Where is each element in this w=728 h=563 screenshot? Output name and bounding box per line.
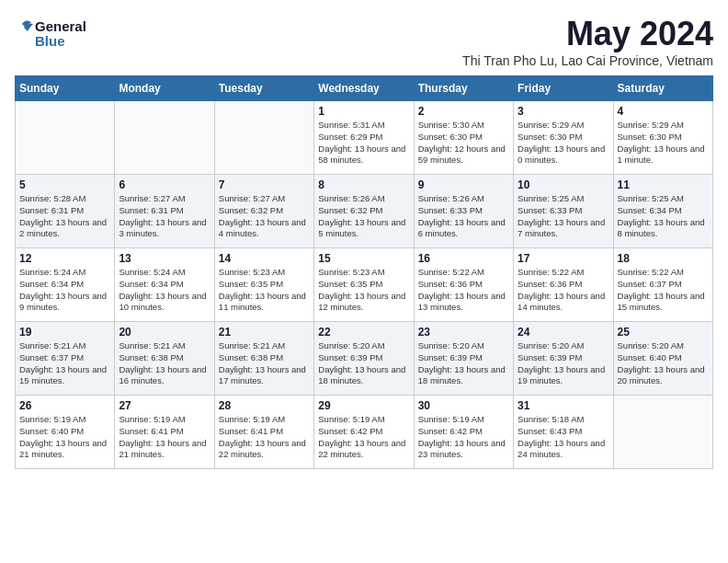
day-number: 7 [219, 178, 310, 191]
day-info: Sunrise: 5:20 AMSunset: 6:39 PMDaylight:… [518, 340, 609, 387]
calendar-week-row: 12Sunrise: 5:24 AMSunset: 6:34 PMDayligh… [16, 248, 713, 322]
day-number: 26 [19, 399, 110, 412]
calendar-cell: 18Sunrise: 5:22 AMSunset: 6:37 PMDayligh… [613, 248, 712, 322]
calendar-cell: 15Sunrise: 5:23 AMSunset: 6:35 PMDayligh… [314, 248, 414, 322]
logo-svg: General Blue [15, 15, 97, 56]
calendar-cell: 10Sunrise: 5:25 AMSunset: 6:33 PMDayligh… [514, 175, 613, 248]
day-number: 14 [219, 252, 310, 265]
calendar-cell: 7Sunrise: 5:27 AMSunset: 6:32 PMDaylight… [214, 175, 313, 248]
day-number: 21 [219, 326, 310, 339]
calendar-cell: 12Sunrise: 5:24 AMSunset: 6:34 PMDayligh… [16, 248, 115, 322]
calendar-cell: 28Sunrise: 5:19 AMSunset: 6:41 PMDayligh… [214, 396, 313, 469]
day-number: 11 [618, 178, 709, 191]
calendar-cell: 14Sunrise: 5:23 AMSunset: 6:35 PMDayligh… [214, 248, 313, 322]
day-number: 1 [318, 105, 409, 118]
calendar-cell: 9Sunrise: 5:26 AMSunset: 6:33 PMDaylight… [414, 175, 513, 248]
calendar-cell: 17Sunrise: 5:22 AMSunset: 6:36 PMDayligh… [514, 248, 613, 322]
weekday-header-tuesday: Tuesday [214, 76, 313, 101]
calendar-cell: 2Sunrise: 5:30 AMSunset: 6:30 PMDaylight… [414, 101, 513, 175]
calendar-cell: 21Sunrise: 5:21 AMSunset: 6:38 PMDayligh… [214, 322, 313, 396]
calendar-cell: 31Sunrise: 5:18 AMSunset: 6:43 PMDayligh… [514, 396, 613, 469]
calendar-cell: 6Sunrise: 5:27 AMSunset: 6:31 PMDaylight… [115, 175, 214, 248]
calendar-cell: 4Sunrise: 5:29 AMSunset: 6:30 PMDaylight… [613, 101, 712, 175]
calendar-cell: 3Sunrise: 5:29 AMSunset: 6:30 PMDaylight… [514, 101, 613, 175]
weekday-header-row: SundayMondayTuesdayWednesdayThursdayFrid… [16, 76, 713, 101]
calendar-cell: 11Sunrise: 5:25 AMSunset: 6:34 PMDayligh… [613, 175, 712, 248]
weekday-header-thursday: Thursday [414, 76, 513, 101]
calendar-cell: 22Sunrise: 5:20 AMSunset: 6:39 PMDayligh… [314, 322, 414, 396]
location-subtitle: Thi Tran Pho Lu, Lao Cai Province, Vietn… [462, 53, 713, 68]
day-info: Sunrise: 5:26 AMSunset: 6:33 PMDaylight:… [418, 193, 509, 240]
day-number: 23 [418, 326, 509, 339]
day-info: Sunrise: 5:19 AMSunset: 6:41 PMDaylight:… [119, 414, 210, 461]
day-info: Sunrise: 5:22 AMSunset: 6:36 PMDaylight:… [418, 267, 509, 314]
day-number: 30 [418, 399, 509, 412]
calendar-cell: 30Sunrise: 5:19 AMSunset: 6:42 PMDayligh… [414, 396, 513, 469]
day-number: 17 [518, 252, 609, 265]
day-info: Sunrise: 5:18 AMSunset: 6:43 PMDaylight:… [518, 414, 609, 461]
day-info: Sunrise: 5:19 AMSunset: 6:42 PMDaylight:… [418, 414, 509, 461]
calendar-cell: 8Sunrise: 5:26 AMSunset: 6:32 PMDaylight… [314, 175, 414, 248]
calendar-cell: 1Sunrise: 5:31 AMSunset: 6:29 PMDaylight… [314, 101, 414, 175]
weekday-header-friday: Friday [514, 76, 613, 101]
day-info: Sunrise: 5:23 AMSunset: 6:35 PMDaylight:… [318, 267, 409, 314]
day-info: Sunrise: 5:24 AMSunset: 6:34 PMDaylight:… [119, 267, 210, 314]
day-info: Sunrise: 5:19 AMSunset: 6:40 PMDaylight:… [19, 414, 110, 461]
day-info: Sunrise: 5:22 AMSunset: 6:37 PMDaylight:… [618, 267, 709, 314]
month-year-title: May 2024 [462, 15, 713, 53]
day-info: Sunrise: 5:29 AMSunset: 6:30 PMDaylight:… [518, 120, 609, 167]
calendar-cell: 24Sunrise: 5:20 AMSunset: 6:39 PMDayligh… [514, 322, 613, 396]
calendar-cell: 27Sunrise: 5:19 AMSunset: 6:41 PMDayligh… [115, 396, 214, 469]
logo: General Blue [15, 15, 97, 56]
day-number: 10 [518, 178, 609, 191]
day-number: 25 [618, 326, 709, 339]
day-number: 15 [318, 252, 409, 265]
day-info: Sunrise: 5:26 AMSunset: 6:32 PMDaylight:… [318, 193, 409, 240]
calendar-week-row: 1Sunrise: 5:31 AMSunset: 6:29 PMDaylight… [16, 101, 713, 175]
calendar-cell [214, 101, 313, 175]
calendar-cell: 26Sunrise: 5:19 AMSunset: 6:40 PMDayligh… [16, 396, 115, 469]
day-number: 18 [618, 252, 709, 265]
calendar-cell: 5Sunrise: 5:28 AMSunset: 6:31 PMDaylight… [16, 175, 115, 248]
calendar-cell: 13Sunrise: 5:24 AMSunset: 6:34 PMDayligh… [115, 248, 214, 322]
calendar-cell [115, 101, 214, 175]
calendar-table: SundayMondayTuesdayWednesdayThursdayFrid… [15, 75, 713, 469]
calendar-cell: 29Sunrise: 5:19 AMSunset: 6:42 PMDayligh… [314, 396, 414, 469]
svg-text:Blue: Blue [35, 33, 65, 49]
weekday-header-monday: Monday [115, 76, 214, 101]
day-info: Sunrise: 5:20 AMSunset: 6:40 PMDaylight:… [618, 340, 709, 387]
day-info: Sunrise: 5:25 AMSunset: 6:34 PMDaylight:… [618, 193, 709, 240]
calendar-week-row: 19Sunrise: 5:21 AMSunset: 6:37 PMDayligh… [16, 322, 713, 396]
day-info: Sunrise: 5:23 AMSunset: 6:35 PMDaylight:… [219, 267, 310, 314]
day-info: Sunrise: 5:30 AMSunset: 6:30 PMDaylight:… [418, 120, 509, 167]
day-info: Sunrise: 5:22 AMSunset: 6:36 PMDaylight:… [518, 267, 609, 314]
day-number: 28 [219, 399, 310, 412]
day-info: Sunrise: 5:29 AMSunset: 6:30 PMDaylight:… [618, 120, 709, 167]
day-number: 24 [518, 326, 609, 339]
day-number: 3 [518, 105, 609, 118]
calendar-cell: 19Sunrise: 5:21 AMSunset: 6:37 PMDayligh… [16, 322, 115, 396]
day-info: Sunrise: 5:20 AMSunset: 6:39 PMDaylight:… [418, 340, 509, 387]
calendar-cell: 23Sunrise: 5:20 AMSunset: 6:39 PMDayligh… [414, 322, 513, 396]
svg-text:General: General [35, 18, 86, 34]
calendar-cell: 16Sunrise: 5:22 AMSunset: 6:36 PMDayligh… [414, 248, 513, 322]
calendar-cell: 25Sunrise: 5:20 AMSunset: 6:40 PMDayligh… [613, 322, 712, 396]
day-info: Sunrise: 5:21 AMSunset: 6:38 PMDaylight:… [219, 340, 310, 387]
day-number: 31 [518, 399, 609, 412]
calendar-cell [613, 396, 712, 469]
weekday-header-sunday: Sunday [16, 76, 115, 101]
day-info: Sunrise: 5:19 AMSunset: 6:42 PMDaylight:… [318, 414, 409, 461]
day-number: 20 [119, 326, 210, 339]
day-number: 8 [318, 178, 409, 191]
day-info: Sunrise: 5:21 AMSunset: 6:38 PMDaylight:… [119, 340, 210, 387]
day-number: 2 [418, 105, 509, 118]
calendar-cell [16, 101, 115, 175]
weekday-header-saturday: Saturday [613, 76, 712, 101]
calendar-week-row: 26Sunrise: 5:19 AMSunset: 6:40 PMDayligh… [16, 396, 713, 469]
day-info: Sunrise: 5:21 AMSunset: 6:37 PMDaylight:… [19, 340, 110, 387]
title-area: May 2024 Thi Tran Pho Lu, Lao Cai Provin… [462, 15, 713, 68]
day-info: Sunrise: 5:27 AMSunset: 6:31 PMDaylight:… [119, 193, 210, 240]
day-info: Sunrise: 5:20 AMSunset: 6:39 PMDaylight:… [318, 340, 409, 387]
day-number: 27 [119, 399, 210, 412]
day-number: 22 [318, 326, 409, 339]
